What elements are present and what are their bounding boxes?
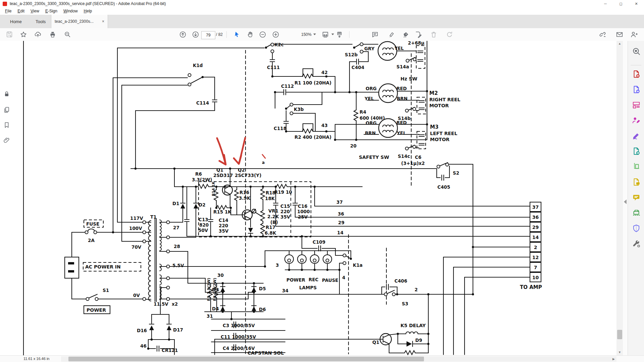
scroll-right-icon[interactable]: ▶ — [611, 356, 616, 362]
close-button[interactable]: ✕ — [629, 0, 644, 7]
person-add-icon[interactable] — [630, 31, 638, 39]
fit-width-icon[interactable] — [321, 31, 329, 39]
mail-icon[interactable] — [615, 31, 624, 39]
fit-caret-icon[interactable] — [331, 34, 334, 35]
menu-file[interactable]: File — [2, 9, 14, 13]
pointer-tool-icon[interactable] — [233, 31, 241, 39]
share-link-icon[interactable] — [599, 31, 607, 39]
redo-icon[interactable] — [445, 31, 453, 39]
edit-page-icon[interactable] — [414, 31, 422, 39]
scroll-mode-icon[interactable] — [335, 31, 343, 39]
page-down-icon[interactable] — [192, 31, 200, 39]
svg-text:2A: 2A — [88, 238, 95, 243]
pages-icon[interactable] — [3, 106, 11, 114]
share-review-icon[interactable] — [632, 147, 641, 156]
svg-text:Q2: Q2 — [238, 167, 245, 173]
search-icon[interactable] — [63, 31, 71, 39]
save-icon[interactable] — [5, 31, 13, 39]
maximize-button[interactable]: ◻ — [613, 0, 629, 7]
lock-icon[interactable] — [3, 90, 11, 99]
menu-view[interactable]: View — [28, 9, 42, 13]
scroll-up-icon[interactable]: ▲ — [616, 41, 623, 47]
svg-text:C109: C109 — [313, 239, 325, 245]
svg-text:117V: 117V — [130, 216, 143, 221]
page-total-label: / 82 — [216, 31, 223, 38]
tab-tools[interactable]: Tools — [30, 15, 52, 28]
zoom-out-icon[interactable] — [259, 31, 267, 39]
tab-document-label: teac_a-2300_2300s... — [55, 19, 94, 24]
fill-sign-icon[interactable] — [402, 31, 410, 39]
scroll-down-icon[interactable]: ▼ — [616, 350, 623, 355]
create-pdf-icon[interactable] — [632, 70, 641, 78]
svg-text:K1d: K1d — [193, 63, 203, 68]
pdf-canvas[interactable]: 37362914212710K2cC111K1dC114R1 100 (20HA… — [14, 41, 616, 355]
svg-text:D6: D6 — [259, 307, 266, 312]
svg-text:28: 28 — [174, 244, 180, 249]
window-title: teac_a-2300_2300s_3300_3300s_service.pdf… — [10, 1, 166, 6]
zoom-level[interactable]: 150% — [301, 31, 312, 38]
paperclip-icon[interactable] — [3, 136, 11, 144]
tab-bar: Home Tools teac_a-2300_2300s... × — [0, 15, 644, 28]
svg-text:GRY: GRY — [364, 46, 375, 51]
right-panel-expand-icon[interactable] — [624, 199, 627, 204]
trash-icon[interactable] — [430, 31, 438, 39]
svg-text:37: 37 — [336, 199, 343, 205]
menu-e-sign[interactable]: E-Sign — [42, 9, 60, 13]
svg-text:11.5V: 11.5V — [154, 301, 168, 307]
bookmark-icon[interactable] — [3, 121, 11, 129]
page-number-input[interactable] — [201, 31, 215, 39]
svg-text:SAFETY SW: SAFETY SW — [359, 155, 389, 160]
horizontal-scrollbar[interactable] — [61, 356, 616, 362]
svg-text:50V: 50V — [198, 228, 208, 233]
svg-text:R5 1.5(3W): R5 1.5(3W) — [207, 278, 211, 301]
menu-help[interactable]: Help — [81, 9, 95, 13]
scan-ocr-icon[interactable] — [632, 208, 641, 217]
highlighter-icon[interactable] — [387, 31, 395, 39]
organize-pages-icon[interactable] — [632, 101, 641, 109]
comment-icon[interactable] — [371, 31, 379, 39]
svg-text:ORG: ORG — [366, 120, 377, 126]
menu-edit[interactable]: Edit — [14, 9, 28, 13]
request-signatures-icon[interactable] — [632, 116, 641, 125]
tab-home[interactable]: Home — [4, 15, 28, 28]
vertical-scroll-thumb[interactable] — [617, 330, 622, 339]
protect-icon[interactable] — [632, 224, 641, 233]
page-comment-icon[interactable] — [632, 178, 641, 186]
svg-text:Q1: Q1 — [372, 340, 379, 345]
svg-text:R2 400 (20HA): R2 400 (20HA) — [294, 134, 331, 140]
crop-pages-icon[interactable] — [632, 162, 641, 171]
svg-text:C13: C13 — [199, 217, 208, 222]
svg-text:C406: C406 — [394, 278, 407, 284]
svg-text:R17: R17 — [266, 225, 275, 230]
svg-text:20: 20 — [350, 143, 357, 148]
svg-text:36: 36 — [338, 211, 344, 217]
horizontal-scroll-thumb[interactable] — [68, 357, 424, 361]
svg-text:220: 220 — [219, 223, 228, 228]
svg-text:(3+1μ)x2: (3+1μ)x2 — [401, 161, 425, 166]
fill-sign-icon[interactable] — [632, 131, 641, 140]
find-tools-icon[interactable] — [632, 47, 641, 56]
toolbar: / 82 150% — [0, 28, 644, 41]
star-icon[interactable] — [19, 31, 28, 39]
hand-tool-icon[interactable] — [247, 31, 255, 39]
svg-text:R16: R16 — [239, 190, 249, 195]
minimize-button[interactable]: ─ — [598, 0, 613, 7]
zoom-caret-icon[interactable] — [313, 34, 316, 35]
tab-document[interactable]: teac_a-2300_2300s... × — [51, 15, 108, 28]
more-tools-icon[interactable] — [632, 239, 641, 248]
svg-text:12: 12 — [532, 255, 539, 260]
svg-text:S12b: S12b — [345, 52, 358, 57]
comments-icon[interactable] — [632, 193, 641, 202]
svg-text:CR121: CR121 — [162, 348, 178, 353]
menu-window[interactable]: Window — [60, 9, 81, 13]
print-icon[interactable] — [49, 31, 57, 39]
cloud-upload-icon[interactable] — [34, 31, 42, 39]
tab-close-icon[interactable]: × — [102, 19, 104, 24]
svg-text:C6: C6 — [415, 155, 421, 160]
zoom-in-icon[interactable] — [272, 31, 280, 39]
svg-text:K3b: K3b — [294, 107, 304, 112]
export-pdf-icon[interactable] — [632, 85, 641, 94]
page-up-icon[interactable] — [179, 31, 187, 39]
svg-text:5.5V: 5.5V — [172, 263, 184, 268]
vertical-scrollbar[interactable]: ▲ ▼ — [616, 41, 623, 355]
